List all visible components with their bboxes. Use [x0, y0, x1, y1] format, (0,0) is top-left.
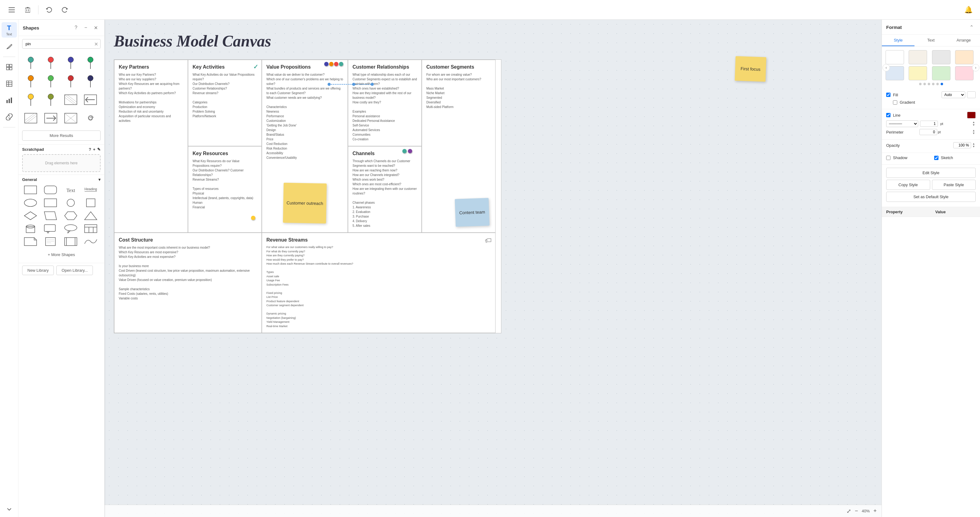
style-thumb-peach[interactable] — [955, 50, 974, 64]
style-thumb-white[interactable] — [886, 50, 904, 64]
table-tool-icon[interactable] — [2, 76, 17, 91]
zoom-out-button[interactable]: − — [855, 508, 858, 514]
right-arrow-shape[interactable] — [42, 110, 59, 127]
delete-button[interactable] — [21, 3, 35, 17]
copy-style-button[interactable]: Copy Style — [886, 180, 930, 190]
red2-pin-shape[interactable] — [62, 73, 80, 90]
blue-pin-shape[interactable] — [62, 54, 80, 72]
canvas-area[interactable]: Business Model Canvas Key Partners Who a… — [105, 20, 881, 517]
perimeter-input[interactable] — [920, 129, 937, 135]
first-focus-note[interactable]: First focus — [735, 56, 767, 81]
line-width-input[interactable] — [920, 121, 938, 127]
tab-style[interactable]: Style — [882, 35, 915, 46]
parallelogram-shape[interactable] — [42, 210, 59, 221]
spiral-shape[interactable] — [82, 110, 99, 127]
rect2-shape[interactable] — [42, 197, 59, 208]
style-thumb-green[interactable] — [932, 66, 950, 80]
notification-bell[interactable]: 🔔 — [961, 3, 975, 17]
diamond-shape[interactable] — [22, 210, 39, 221]
fit-button[interactable]: ⤢ — [846, 508, 851, 515]
style-thumb-yellow[interactable] — [908, 66, 927, 80]
chevron-down-icon[interactable] — [2, 502, 17, 517]
note-shape[interactable] — [22, 236, 39, 247]
shadow-checkbox[interactable] — [886, 156, 891, 160]
shapes-grid-icon[interactable] — [2, 59, 17, 75]
customer-outreach-note[interactable]: Customer outreach — [283, 183, 327, 223]
content-team-note[interactable]: Content team — [455, 198, 489, 227]
undo-button[interactable] — [42, 3, 56, 17]
shapes-help-button[interactable]: ? — [72, 23, 80, 32]
menu-button[interactable] — [5, 3, 19, 17]
shapes-close-button[interactable]: ✕ — [91, 23, 100, 32]
general-section-header[interactable]: General ▾ — [22, 177, 100, 182]
search-clear-button[interactable]: ✕ — [94, 41, 98, 47]
red-pin-shape[interactable] — [42, 54, 59, 72]
line-style-select[interactable]: ───── - - - - ····· — [886, 120, 918, 127]
green2-pin-shape[interactable] — [42, 73, 59, 90]
redo-button[interactable] — [58, 3, 72, 17]
process-shape[interactable] — [62, 236, 79, 247]
edit-style-button[interactable]: Edit Style — [886, 168, 976, 178]
more-results-button[interactable]: More Results — [22, 131, 100, 140]
style-dot-4[interactable] — [932, 83, 934, 85]
search-input[interactable] — [22, 39, 100, 49]
green-pin-shape[interactable] — [22, 54, 39, 72]
page-shape[interactable] — [42, 236, 59, 247]
rect3-shape[interactable] — [83, 197, 99, 208]
heading-shape[interactable]: Heading — [83, 184, 99, 195]
hatch-diag-shape[interactable] — [22, 110, 39, 127]
line-width-down[interactable]: ▼ — [972, 124, 976, 126]
fill-type-select[interactable]: Auto Solid Gradient None — [942, 91, 965, 98]
shapes-minimize-button[interactable]: − — [81, 23, 90, 32]
table-shape[interactable] — [83, 223, 99, 234]
style-dot-1[interactable] — [919, 83, 921, 85]
open-library-button[interactable]: Open Library... — [56, 266, 93, 275]
zoom-in-button[interactable]: + — [873, 508, 877, 514]
yellow-pin-shape[interactable] — [22, 91, 39, 109]
cross-hatch-shape[interactable] — [62, 110, 80, 127]
chart-tool-icon[interactable] — [2, 93, 17, 108]
opacity-input[interactable] — [953, 142, 971, 148]
tab-text[interactable]: Text — [915, 35, 947, 46]
sketch-checkbox[interactable] — [934, 156, 939, 160]
style-thumb-pink[interactable] — [955, 66, 974, 80]
ellipse-shape[interactable] — [22, 197, 39, 208]
orange-pin-shape[interactable] — [22, 73, 39, 90]
new-library-button[interactable]: New Library — [22, 266, 54, 275]
triangle-shape[interactable] — [83, 210, 99, 221]
line-color-swatch[interactable] — [967, 112, 976, 118]
hexagon-shape[interactable] — [62, 210, 79, 221]
text-tool-icon[interactable]: T Text — [2, 22, 17, 38]
olive-pin-shape[interactable] — [42, 91, 59, 109]
link-tool-icon[interactable] — [2, 109, 17, 124]
fill-color-swatch[interactable] — [967, 91, 976, 98]
style-nav-left-button[interactable]: ‹ — [883, 64, 890, 72]
opacity-down[interactable]: ▼ — [972, 145, 976, 148]
rounded-rect-shape[interactable] — [42, 184, 59, 195]
set-default-style-button[interactable]: Set as Default Style — [886, 192, 976, 202]
more-shapes-button[interactable]: + More Shapes — [22, 250, 100, 259]
style-thumb-gray[interactable] — [932, 50, 950, 64]
style-dot-5[interactable] — [936, 83, 939, 85]
callout-shape[interactable] — [42, 223, 59, 234]
paste-style-button[interactable]: Paste Style — [932, 180, 976, 190]
style-nav-right-button[interactable]: › — [972, 64, 979, 72]
fill-checkbox[interactable] — [886, 93, 891, 97]
style-dot-3[interactable] — [928, 83, 930, 85]
gradient-checkbox[interactable] — [893, 101, 897, 105]
dark-green-pin-shape[interactable] — [82, 54, 99, 72]
speech-bubble-shape[interactable] — [62, 223, 79, 234]
wave-shape[interactable] — [83, 236, 99, 247]
rect-shape[interactable] — [22, 184, 39, 195]
scratchpad-add-icon[interactable]: + — [93, 147, 95, 152]
left-arrow-shape[interactable] — [82, 91, 99, 109]
cylinder-shape[interactable] — [22, 223, 39, 234]
circle-shape[interactable] — [62, 197, 79, 208]
navy-pin-shape[interactable] — [82, 73, 99, 90]
scratchpad-edit-icon[interactable]: ✎ — [97, 147, 100, 152]
scratchpad-header[interactable]: Scratchpad ? + ✎ — [22, 147, 100, 152]
line-checkbox[interactable] — [886, 113, 891, 117]
text-shape[interactable]: Text — [62, 184, 79, 195]
tab-arrange[interactable]: Arrange — [947, 35, 980, 46]
pen-tool-icon[interactable] — [2, 39, 17, 54]
